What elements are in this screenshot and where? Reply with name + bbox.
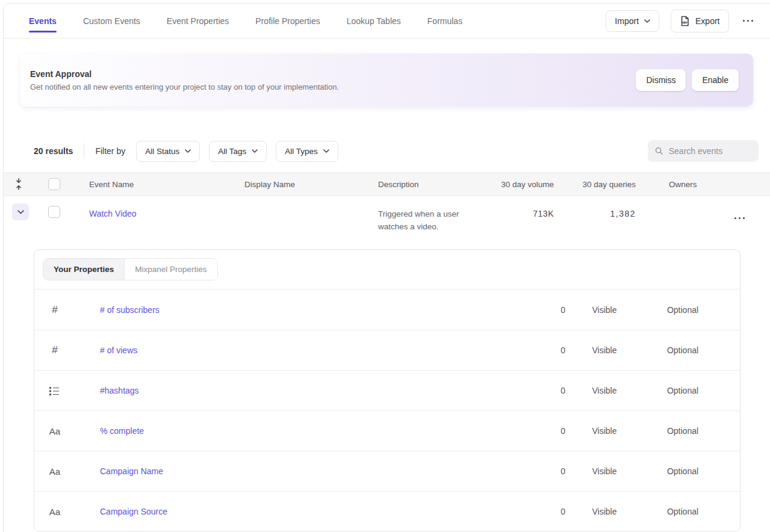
select-all-checkbox[interactable] [48, 178, 60, 190]
requirement-status[interactable]: Optional [644, 386, 722, 395]
export-button[interactable]: csv Export [671, 10, 728, 32]
search-icon [655, 146, 663, 156]
banner-description: Get notified on all new events entering … [30, 82, 339, 91]
text-type-icon [48, 465, 61, 478]
property-name-link[interactable]: #hashtags [80, 386, 505, 395]
import-button[interactable]: Import [606, 10, 659, 32]
filter-by-label: Filter by [95, 146, 125, 156]
top-navigation: Events Custom Events Event Properties Pr… [4, 4, 770, 39]
csv-file-icon: csv [680, 16, 690, 26]
text-type-icon [48, 505, 61, 518]
requirement-status[interactable]: Optional [644, 426, 722, 436]
topbar-actions: Import csv Export [606, 10, 756, 32]
visibility-status[interactable]: Visible [565, 386, 644, 395]
divider [84, 143, 84, 159]
chevron-down-icon [185, 149, 191, 153]
property-count: 0 [505, 466, 565, 476]
property-count: 0 [505, 507, 565, 516]
import-button-label: Import [615, 16, 639, 26]
visibility-status[interactable]: Visible [565, 345, 644, 355]
lexicon-page: Events Custom Events Event Properties Pr… [3, 3, 770, 532]
event-approval-banner: Event Approval Get notified on all new e… [20, 54, 753, 107]
property-row: # of subscribers 0 Visible Optional [34, 289, 740, 330]
requirement-status[interactable]: Optional [644, 507, 722, 516]
export-button-label: Export [695, 16, 719, 26]
property-name-link[interactable]: # of views [80, 345, 505, 355]
collapse-row-button[interactable] [12, 203, 29, 220]
status-filter-label: All Status [145, 147, 179, 156]
header-description: Description [378, 180, 494, 189]
chevron-down-icon [17, 210, 24, 214]
header-owners: Owners [636, 180, 726, 189]
property-count: 0 [505, 426, 565, 436]
chevron-down-icon [323, 149, 329, 153]
tab-event-properties[interactable]: Event Properties [167, 4, 229, 38]
requirement-status[interactable]: Optional [644, 305, 722, 315]
visibility-status[interactable]: Visible [565, 426, 644, 436]
banner-text: Event Approval Get notified on all new e… [30, 69, 339, 91]
header-event-name: Event Name [89, 180, 244, 189]
visibility-status[interactable]: Visible [565, 305, 644, 315]
tab-profile-properties[interactable]: Profile Properties [255, 4, 320, 38]
chevron-down-icon [252, 149, 258, 153]
visibility-status[interactable]: Visible [565, 507, 644, 516]
header-display-name: Display Name [244, 180, 378, 189]
visibility-status[interactable]: Visible [565, 466, 644, 476]
row-checkbox[interactable] [48, 206, 60, 218]
property-count: 0 [505, 305, 565, 315]
property-name-link[interactable]: # of subscribers [80, 305, 505, 315]
event-name-link[interactable]: Watch Video [89, 206, 244, 218]
results-count: 20 results [34, 146, 73, 156]
more-options-icon[interactable] [741, 17, 756, 25]
requirement-status[interactable]: Optional [644, 345, 722, 355]
tab-your-properties[interactable]: Your Properties [43, 259, 125, 280]
search-input[interactable] [669, 146, 751, 156]
property-count: 0 [505, 345, 565, 355]
tags-filter-dropdown[interactable]: All Tags [209, 141, 267, 162]
list-type-icon [48, 384, 61, 397]
property-name-link[interactable]: % complete [80, 426, 505, 436]
tab-custom-events[interactable]: Custom Events [83, 4, 140, 38]
number-type-icon [48, 303, 61, 317]
text-type-icon [48, 424, 61, 438]
nav-tabs: Events Custom Events Event Properties Pr… [29, 4, 462, 38]
property-count: 0 [505, 386, 565, 395]
property-row: #hashtags 0 Visible Optional [34, 370, 740, 410]
header-30-day-volume: 30 day volume [494, 180, 554, 189]
property-row: % complete 0 Visible Optional [34, 410, 740, 451]
property-row: Campaign Source 0 Visible Optional [34, 491, 740, 531]
svg-text:csv: csv [682, 20, 687, 24]
queries-cell: 1,382 [554, 206, 636, 218]
tags-filter-label: All Tags [218, 147, 246, 156]
chevron-down-icon [644, 19, 650, 23]
search-box [648, 140, 759, 162]
tab-lookup-tables[interactable]: Lookup Tables [347, 4, 401, 38]
requirement-status[interactable]: Optional [644, 466, 722, 476]
banner-actions: Dismiss Enable [636, 69, 739, 91]
events-table-header: Event Name Display Name Description 30 d… [4, 172, 770, 196]
event-row-watch-video: Watch Video Triggered when a user watche… [4, 196, 770, 240]
dismiss-button[interactable]: Dismiss [636, 69, 686, 91]
enable-button[interactable]: Enable [692, 69, 739, 91]
property-row: # of views 0 Visible Optional [34, 330, 740, 370]
collapse-all-icon[interactable] [14, 178, 23, 191]
property-name-link[interactable]: Campaign Source [80, 507, 505, 516]
row-actions-icon[interactable] [732, 215, 748, 222]
tab-mixpanel-properties[interactable]: Mixpanel Properties [125, 259, 217, 280]
properties-list: # of subscribers 0 Visible Optional # of… [34, 289, 740, 531]
header-30-day-queries: 30 day queries [554, 180, 636, 189]
tab-formulas[interactable]: Formulas [427, 4, 462, 38]
tab-events[interactable]: Events [29, 4, 57, 38]
volume-cell: 713K [494, 206, 554, 218]
description-cell: Triggered when a user watches a video. [378, 206, 483, 233]
properties-panel: Your Properties Mixpanel Properties # of… [34, 249, 741, 532]
filter-bar: 20 results Filter by All Status All Tags… [34, 140, 759, 162]
properties-tabs: Your Properties Mixpanel Properties [34, 250, 740, 289]
types-filter-dropdown[interactable]: All Types [276, 141, 338, 162]
types-filter-label: All Types [285, 147, 318, 156]
property-name-link[interactable]: Campaign Name [80, 466, 505, 476]
banner-title: Event Approval [30, 69, 339, 79]
property-row: Campaign Name 0 Visible Optional [34, 451, 740, 491]
number-type-icon [48, 344, 61, 357]
status-filter-dropdown[interactable]: All Status [136, 141, 200, 162]
